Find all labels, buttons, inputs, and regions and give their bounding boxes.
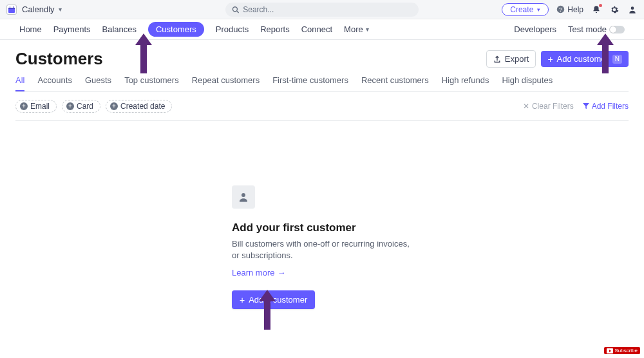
chip-label: Card xyxy=(77,102,93,111)
main-nav: Home Payments Balances Customers Product… xyxy=(0,19,644,40)
empty-icon-box xyxy=(232,185,255,209)
addfilters-label: Add Filters xyxy=(592,102,629,111)
create-label: Create xyxy=(510,5,533,14)
export-button[interactable]: Export xyxy=(486,50,536,68)
svg-rect-3 xyxy=(13,6,14,8)
chevron-down-icon: ▾ xyxy=(366,26,369,33)
filter-chip-created[interactable]: + Created date xyxy=(106,100,172,113)
testmode-toggle[interactable] xyxy=(609,26,625,33)
chevron-down-icon: ▾ xyxy=(537,6,540,13)
learn-label: Learn more xyxy=(232,268,274,278)
subtab-repeat[interactable]: Repeat customers xyxy=(192,75,260,91)
subtab-disputes[interactable]: High disputes xyxy=(502,75,553,91)
subtab-recent[interactable]: Recent customers xyxy=(361,75,429,91)
add-a-customer-label: Add a customer xyxy=(249,295,307,305)
youtube-icon xyxy=(607,348,613,353)
chip-label: Created date xyxy=(120,102,165,111)
filter-row: + Email + Card + Created date ✕ Clear Fi… xyxy=(15,92,629,121)
org-name: Calendly xyxy=(22,5,55,14)
plus-icon: + xyxy=(66,102,74,110)
page-title: Customers xyxy=(15,49,103,69)
profile-button[interactable] xyxy=(627,5,638,15)
clear-label: Clear Filters xyxy=(532,102,574,111)
add-filters[interactable]: Add Filters xyxy=(583,102,629,111)
nav-connect[interactable]: Connect xyxy=(301,24,332,34)
subtab-first[interactable]: First-time customers xyxy=(272,75,348,91)
export-label: Export xyxy=(505,54,529,64)
create-button[interactable]: Create ▾ xyxy=(502,3,549,16)
nav-more-label: More xyxy=(344,24,363,34)
filter-chip-email[interactable]: + Email xyxy=(15,100,57,113)
add-customer-label: Add customer xyxy=(557,54,609,64)
svg-text:?: ? xyxy=(559,6,562,13)
add-a-customer-button[interactable]: + Add a customer xyxy=(232,290,315,309)
svg-point-9 xyxy=(242,193,245,197)
nav-home[interactable]: Home xyxy=(19,24,42,34)
search-input[interactable] xyxy=(243,5,412,14)
clear-filters[interactable]: ✕ Clear Filters xyxy=(523,102,574,111)
filter-icon xyxy=(583,103,589,109)
testmode-label: Test mode xyxy=(568,24,607,34)
plus-icon: + xyxy=(547,55,553,64)
add-customer-button[interactable]: + Add customer N xyxy=(541,51,629,67)
svg-point-8 xyxy=(631,6,634,10)
search-icon xyxy=(232,6,239,14)
help-label: Help xyxy=(567,5,583,14)
close-icon: ✕ xyxy=(523,102,529,111)
subtab-refunds[interactable]: High refunds xyxy=(442,75,489,91)
export-icon xyxy=(493,55,501,63)
subtab-guests[interactable]: Guests xyxy=(85,75,111,91)
learn-more-link[interactable]: Learn more → xyxy=(232,268,285,278)
nav-payments[interactable]: Payments xyxy=(53,24,91,34)
calendar-icon xyxy=(8,6,15,13)
empty-title: Add your first customer xyxy=(232,221,356,234)
kbd-shortcut: N xyxy=(612,55,622,64)
subtab-all[interactable]: All xyxy=(15,75,24,91)
filter-chip-card[interactable]: + Card xyxy=(62,100,100,113)
nav-reports[interactable]: Reports xyxy=(260,24,290,34)
chevron-down-icon: ▾ xyxy=(59,6,62,13)
notifications-button[interactable] xyxy=(591,5,601,15)
help-link[interactable]: ? Help xyxy=(556,5,583,14)
subscribe-label: Subscribe xyxy=(614,348,638,353)
person-icon xyxy=(238,191,249,203)
empty-state: Add your first customer Bill customers w… xyxy=(232,185,412,309)
svg-point-4 xyxy=(232,6,237,11)
nav-developers[interactable]: Developers xyxy=(514,24,556,34)
nav-balances[interactable]: Balances xyxy=(102,24,137,34)
gear-icon xyxy=(610,5,619,14)
subscribe-badge[interactable]: Subscribe xyxy=(604,347,640,354)
plus-icon: + xyxy=(240,296,245,305)
svg-line-5 xyxy=(237,11,239,13)
person-icon xyxy=(628,5,637,14)
org-logo-box xyxy=(6,5,17,15)
svg-rect-2 xyxy=(10,6,10,8)
nav-customers[interactable]: Customers xyxy=(148,22,204,37)
subtab-top[interactable]: Top customers xyxy=(124,75,179,91)
arrow-right-icon: → xyxy=(277,268,285,278)
empty-description: Bill customers with one-off or recurring… xyxy=(232,238,412,261)
subtab-accounts[interactable]: Accounts xyxy=(37,75,71,91)
subtabs: All Accounts Guests Top customers Repeat… xyxy=(15,75,629,92)
plus-icon: + xyxy=(20,102,28,110)
page-content: Customers Export + Add customer N All Ac… xyxy=(0,40,644,309)
plus-icon: + xyxy=(110,102,118,110)
settings-button[interactable] xyxy=(609,5,620,15)
topbar: Calendly ▾ Create ▾ ? Help xyxy=(0,0,644,19)
search-box[interactable] xyxy=(225,3,419,17)
org-selector[interactable]: Calendly ▾ xyxy=(22,5,62,14)
nav-testmode[interactable]: Test mode xyxy=(568,24,625,34)
svg-rect-1 xyxy=(8,8,15,9)
nav-more[interactable]: More ▾ xyxy=(344,24,369,34)
chip-label: Email xyxy=(30,102,50,111)
bell-icon xyxy=(592,5,601,14)
nav-products[interactable]: Products xyxy=(216,24,249,34)
help-icon: ? xyxy=(556,5,565,14)
